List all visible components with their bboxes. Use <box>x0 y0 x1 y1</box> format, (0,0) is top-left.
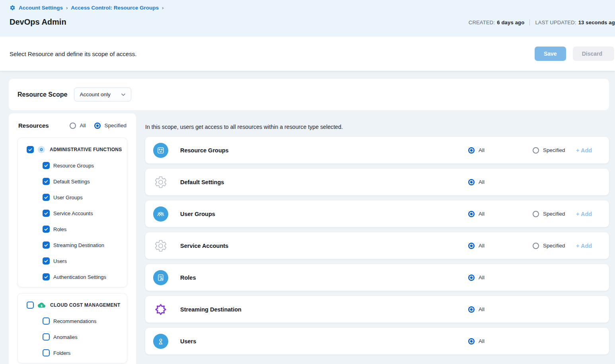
list-item: Recommendations <box>18 317 127 325</box>
gear-icon <box>153 238 168 253</box>
save-button[interactable]: Save <box>535 47 566 61</box>
radio-all[interactable] <box>468 147 475 154</box>
radio-specified-label[interactable]: Specified <box>543 147 565 153</box>
item-checkbox[interactable] <box>43 178 50 185</box>
meta-divider <box>529 19 530 25</box>
radio-all-label[interactable]: All <box>479 147 485 153</box>
list-item: Service Accounts <box>18 210 127 217</box>
scope-detail-panel: In this scope, users get access to all r… <box>145 113 609 360</box>
item-checkbox[interactable] <box>43 210 50 217</box>
list-item: Default Settings <box>18 178 127 185</box>
resource-row-name: Service Accounts <box>180 243 228 249</box>
breadcrumb-link-account-settings[interactable]: Account Settings <box>19 5 63 11</box>
resource-row-name: Resource Groups <box>180 147 229 154</box>
item-label[interactable]: Anomalies <box>53 334 78 340</box>
resource-row-streaming-destination: Streaming Destination All <box>145 296 609 323</box>
radio-specified[interactable] <box>533 243 539 249</box>
item-label[interactable]: Recommendations <box>53 318 96 324</box>
item-label[interactable]: Authentication Settings <box>53 274 106 280</box>
item-checkbox[interactable] <box>43 317 50 325</box>
item-checkbox[interactable] <box>43 257 50 265</box>
item-checkbox[interactable] <box>43 226 50 233</box>
group-checkbox[interactable] <box>27 302 34 309</box>
resource-row-name: Default Settings <box>180 179 224 185</box>
svg-text:$: $ <box>41 304 43 308</box>
resource-row-users: Users All <box>145 328 609 354</box>
item-checkbox[interactable] <box>43 349 50 356</box>
resource-row-name: User Groups <box>180 211 215 217</box>
resources-radio-specified[interactable]: Specified <box>94 123 127 129</box>
item-label[interactable]: Service Accounts <box>53 210 93 216</box>
radio-all-label[interactable]: All <box>479 338 485 344</box>
page-title: DevOps Admin <box>10 18 66 27</box>
created-value: 6 days ago <box>497 19 524 25</box>
discard-button[interactable]: Discard <box>573 47 614 61</box>
list-item: Users <box>18 257 127 265</box>
radio-specified[interactable] <box>533 211 539 217</box>
roles-icon <box>153 270 168 285</box>
resource-row-resource-groups: Resource Groups All Specified + Add <box>145 137 609 164</box>
radio-all[interactable] <box>468 274 475 281</box>
item-checkbox[interactable] <box>43 194 50 201</box>
radio-all-label[interactable]: All <box>479 243 485 249</box>
chevron-down-icon <box>121 92 126 97</box>
add-button[interactable]: + Add <box>576 243 592 249</box>
radio-specified[interactable] <box>94 123 101 129</box>
radio-specified-label[interactable]: Specified <box>104 123 127 128</box>
group-checkbox[interactable] <box>27 146 34 153</box>
item-checkbox[interactable] <box>43 241 50 249</box>
admin-gear-icon <box>38 146 45 153</box>
radio-all[interactable] <box>468 179 475 185</box>
resource-scope-card: Resource Scope Account only <box>9 79 609 110</box>
record-meta: CREATED: 6 days ago LAST UPDATED: 13 sec… <box>469 19 615 25</box>
breadcrumb-separator: › <box>162 5 163 11</box>
radio-all-label[interactable]: All <box>80 123 86 128</box>
add-button[interactable]: + Add <box>576 211 592 217</box>
add-button[interactable]: + Add <box>576 147 592 154</box>
radio-specified[interactable] <box>533 147 539 154</box>
list-item: Resource Groups <box>18 162 127 169</box>
breadcrumb: Account Settings › Access Control: Resou… <box>10 5 605 11</box>
item-label[interactable]: Resource Groups <box>53 163 94 169</box>
resource-row-name: Streaming Destination <box>180 306 241 313</box>
radio-all[interactable] <box>468 306 475 313</box>
resource-row-default-settings: Default Settings All <box>145 169 609 195</box>
resource-scope-select[interactable]: Account only <box>74 88 131 101</box>
radio-all-label[interactable]: All <box>479 179 485 185</box>
item-label[interactable]: Default Settings <box>53 179 90 185</box>
resource-row-user-groups: User Groups All Specified + Add <box>145 200 609 227</box>
resource-row-name: Roles <box>180 274 196 281</box>
radio-all-label[interactable]: All <box>479 211 485 217</box>
list-item: Authentication Settings <box>18 273 127 280</box>
item-label[interactable]: Streaming Destination <box>53 242 104 248</box>
radio-all[interactable] <box>468 243 475 249</box>
radio-all[interactable] <box>468 211 475 217</box>
item-label[interactable]: User Groups <box>53 195 83 200</box>
streaming-destination-icon <box>153 302 168 317</box>
group-label: CLOUD COST MANAGEMENT <box>50 302 120 308</box>
scope-intro-text: In this scope, users get access to all r… <box>145 124 609 130</box>
list-item: Roles <box>18 226 127 233</box>
toolbar: Select Resource and define its scope of … <box>0 37 615 71</box>
item-checkbox[interactable] <box>43 333 50 341</box>
breadcrumb-link-access-control[interactable]: Access Control: Resource Groups <box>71 5 159 11</box>
item-label[interactable]: Users <box>53 258 67 264</box>
resources-radio-all[interactable]: All <box>70 123 86 129</box>
radio-specified-label[interactable]: Specified <box>543 211 565 217</box>
resources-title: Resources <box>18 122 49 129</box>
radio-all-label[interactable]: All <box>479 306 485 312</box>
resource-scope-label: Resource Scope <box>18 91 67 98</box>
item-label[interactable]: Folders <box>53 350 70 356</box>
radio-all[interactable] <box>468 338 475 345</box>
resources-panel: Resources All Specified ADMINISTRATIVE F… <box>9 113 136 364</box>
radio-all-label[interactable]: All <box>479 274 485 280</box>
cloud-dollar-icon: $ <box>38 302 45 308</box>
list-item: Folders <box>18 349 127 356</box>
radio-specified-label[interactable]: Specified <box>543 243 565 249</box>
item-checkbox[interactable] <box>43 273 50 280</box>
list-item: User Groups <box>18 194 127 201</box>
item-checkbox[interactable] <box>43 162 50 169</box>
radio-all[interactable] <box>70 123 76 129</box>
list-item: Streaming Destination <box>18 241 127 249</box>
item-label[interactable]: Roles <box>53 226 66 232</box>
